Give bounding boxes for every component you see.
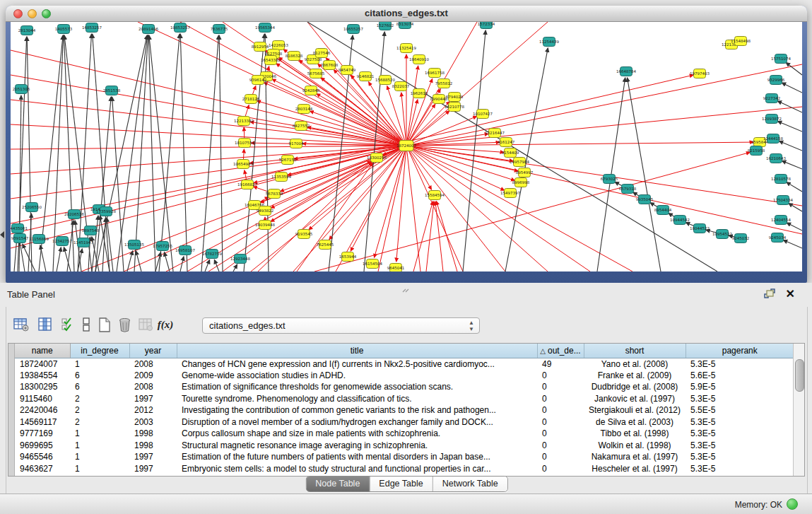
graph-node[interactable]: 9493822: [257, 206, 274, 216]
graph-node[interactable]: 25206550: [22, 203, 42, 212]
graph-node[interactable]: 8215958: [748, 146, 765, 156]
graph-node[interactable]: 18107554: [235, 139, 254, 148]
graph-node[interactable]: 15688520: [375, 76, 395, 85]
graph-node[interactable]: 2803144: [295, 105, 313, 114]
show-columns-icon[interactable]: [36, 315, 54, 334]
graph-node[interactable]: 19565344: [255, 23, 275, 33]
table-row[interactable]: 969969511998Structural magnetic resonanc…: [15, 440, 794, 452]
table-select-dropdown[interactable]: citations_edges.txt ▲▼: [202, 317, 480, 334]
column-header-out-degree[interactable]: △out_de...: [537, 344, 584, 358]
graph-node[interactable]: 14226053: [269, 41, 288, 50]
select-rows-icon[interactable]: [59, 315, 77, 334]
graph-node[interactable]: 1527602: [377, 22, 394, 30]
graph-node[interactable]: 19797403: [690, 69, 710, 78]
panel-resize-grip[interactable]: [401, 284, 410, 296]
graph-node[interactable]: 2851538: [103, 86, 121, 95]
graph-node[interactable]: 8427552: [293, 122, 310, 131]
graph-node[interactable]: 8912954: [252, 42, 269, 52]
graph-node[interactable]: 11156869: [29, 235, 49, 244]
graph-node[interactable]: 1653944: [339, 252, 357, 262]
graph-node[interactable]: 10655257: [343, 25, 363, 34]
graph-node[interactable]: 14039448: [255, 221, 275, 230]
new-table-icon[interactable]: [95, 315, 114, 334]
table-row[interactable]: 946362711997Embryonic stem cells: a mode…: [15, 463, 794, 475]
graph-node[interactable]: 16853257: [82, 23, 102, 33]
panel-collapse-arrow[interactable]: [0, 231, 4, 238]
table-row[interactable]: 1830029562008Estimation of significance …: [15, 381, 794, 393]
column-header-year[interactable]: year: [129, 344, 177, 358]
window-titlebar[interactable]: citations_edges.txt: [6, 6, 807, 22]
graph-node[interactable]: 9245032: [732, 234, 750, 243]
table-row[interactable]: 946554611997Estimation of the future num…: [15, 451, 794, 463]
graph-node[interactable]: 5267150: [279, 156, 297, 165]
graph-node[interactable]: 7636775: [211, 25, 228, 34]
graph-node[interactable]: 1572334: [478, 22, 495, 29]
graph-node[interactable]: 16782759: [202, 250, 222, 259]
graph-node[interactable]: 9396142: [249, 76, 267, 85]
column-header-title[interactable]: title: [177, 344, 537, 358]
table-scrollbar-thumb[interactable]: [795, 359, 804, 392]
graph-node[interactable]: 18640910: [409, 55, 429, 64]
table-row[interactable]: 911546021997Tourette syndrome. Phenomeno…: [15, 393, 794, 405]
graph-node[interactable]: 8954404: [654, 206, 672, 215]
graph-node[interactable]: 8186328: [286, 52, 303, 61]
graph-node[interactable]: 12810578: [771, 175, 791, 184]
graph-node[interactable]: 917004: [289, 139, 304, 148]
table-settings-icon[interactable]: [12, 315, 30, 334]
graph-node[interactable]: 12342757: [52, 237, 72, 246]
graph-node[interactable]: 9242848: [302, 86, 320, 95]
table-scrollbar[interactable]: [793, 344, 804, 476]
tab-edge-table[interactable]: Edge Table: [370, 477, 433, 491]
function-builder-icon[interactable]: f(x): [156, 315, 175, 334]
graph-node[interactable]: 16648784: [616, 67, 636, 76]
table-row[interactable]: 1456911722003Disruption of a novel membe…: [15, 416, 794, 428]
graph-node[interactable]: 5678334: [266, 189, 283, 199]
graph-node[interactable]: 19166827: [237, 180, 257, 189]
graph-node[interactable]: 2718126: [242, 95, 260, 104]
delete-table-icon[interactable]: [115, 315, 134, 334]
graph-node[interactable]: 9645041: [387, 264, 405, 272]
close-panel-icon[interactable]: ✕: [786, 287, 795, 300]
graph-node[interactable]: 14435061: [11, 224, 28, 233]
float-panel-icon[interactable]: [764, 288, 775, 302]
graph-node[interactable]: 16961758: [425, 69, 445, 78]
graph-node[interactable]: 20891406: [139, 25, 158, 34]
graph-node[interactable]: 8954997: [516, 168, 534, 177]
graph-node[interactable]: 2813044: [18, 26, 36, 35]
graph-node[interactable]: 11254439: [539, 37, 559, 47]
table-row[interactable]: 1938455462009Genome-wide association stu…: [15, 370, 794, 382]
graph-node[interactable]: 4161247: [498, 138, 515, 147]
graph-node[interactable]: 6794028: [446, 93, 464, 102]
network-canvas[interactable]: 1872400718300295891295414226053912750816…: [11, 22, 802, 271]
tab-node-table[interactable]: Node Table: [306, 477, 370, 491]
graph-node[interactable]: 11325419: [396, 44, 416, 53]
graph-node[interactable]: 8313074: [396, 22, 414, 29]
graph-node[interactable]: 18724007: [396, 141, 416, 151]
graph-node[interactable]: 11451947: [73, 238, 93, 247]
graph-node[interactable]: 9245034: [769, 233, 787, 243]
graph-node[interactable]: 9935045: [636, 195, 654, 204]
column-header-pagerank[interactable]: pagerank: [686, 344, 794, 358]
table-row[interactable]: 2242004622012Investigating the contribut…: [15, 404, 794, 416]
graph-node[interactable]: 8996998: [512, 178, 530, 187]
graph-node[interactable]: 1405573: [55, 25, 73, 34]
graph-node[interactable]: 17504334: [773, 196, 793, 205]
column-header-name[interactable]: name: [15, 344, 70, 358]
tab-network-table[interactable]: Network Table: [433, 477, 507, 491]
graph-node[interactable]: 6579318: [619, 185, 637, 194]
graph-node[interactable]: 10654985: [233, 160, 253, 169]
graph-node[interactable]: 9391547: [11, 234, 29, 243]
graph-node[interactable]: 7955812: [435, 79, 453, 88]
graph-node[interactable]: 8454749: [339, 66, 356, 75]
graph-node[interactable]: 9227342: [763, 94, 781, 103]
table-row[interactable]: 977716911998Corpus callosum shape and si…: [15, 428, 794, 440]
column-header-short[interactable]: short: [584, 344, 686, 358]
graph-node[interactable]: 8127546: [313, 49, 331, 58]
import-table-icon[interactable]: [136, 315, 155, 334]
graph-node[interactable]: 9193545: [295, 230, 313, 239]
graph-node[interactable]: 15751074: [771, 54, 791, 64]
graph-node[interactable]: 2051306: [13, 85, 30, 94]
graph-node[interactable]: 16154504: [363, 259, 382, 269]
graph-node[interactable]: 10954522: [712, 230, 732, 239]
graph-node[interactable]: 9146821: [357, 72, 375, 81]
